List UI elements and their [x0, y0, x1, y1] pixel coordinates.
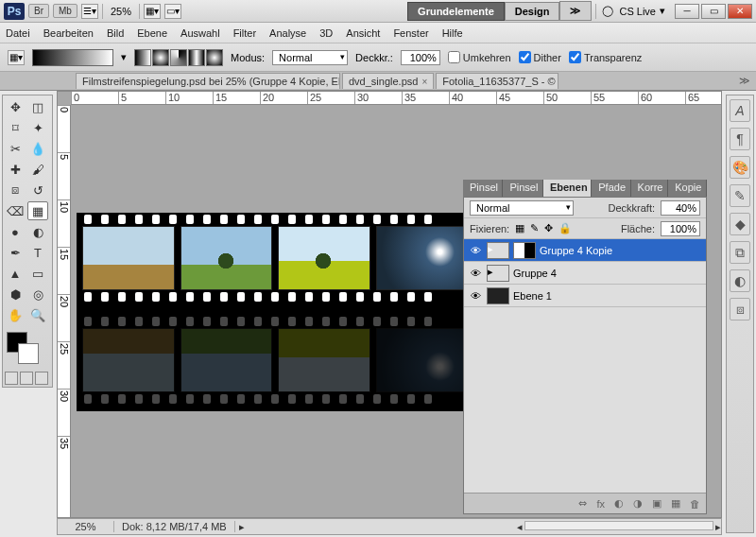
layer-fill-field[interactable]: 100% [661, 221, 700, 236]
dock-swatches-icon[interactable]: 🎨 [730, 156, 750, 179]
workspace-more-icon[interactable]: ≫ [559, 1, 592, 21]
menu-item[interactable]: Bild [107, 27, 124, 39]
layer-name[interactable]: Gruppe 4 [513, 268, 557, 279]
layer-name[interactable]: Gruppe 4 Kopie [540, 245, 612, 256]
layer-fx-icon[interactable]: fx [596, 498, 605, 510]
pen-tool-icon[interactable]: ✒ [5, 243, 26, 262]
gradient-preview[interactable] [32, 49, 113, 66]
extras-dropdown-icon[interactable]: ☰▾ [81, 4, 98, 19]
dock-paragraph-icon[interactable]: ¶ [730, 128, 750, 150]
3d-camera-icon[interactable]: ◎ [27, 285, 48, 303]
dock-tool-icon[interactable]: ✎ [730, 184, 750, 207]
reverse-checkbox[interactable]: Umkehren [448, 51, 511, 63]
panel-tab[interactable]: Pinsel [503, 180, 542, 197]
link-layers-icon[interactable]: ⇔ [578, 497, 587, 510]
healing-tool-icon[interactable]: ✚ [5, 160, 26, 179]
dock-align-icon[interactable]: ⧉ [730, 241, 750, 264]
zoom-readout[interactable]: 25% [111, 6, 131, 17]
gradient-diamond-icon[interactable] [206, 49, 223, 66]
dock-styles-icon[interactable]: ◆ [730, 213, 750, 235]
menu-item[interactable]: Ansicht [346, 27, 380, 39]
hscroll-left-icon[interactable]: ◂ [517, 521, 523, 533]
menu-item[interactable]: Hilfe [442, 27, 463, 39]
eyedropper-tool-icon[interactable]: 💧 [27, 139, 48, 158]
visibility-icon[interactable]: 👁 [468, 268, 483, 279]
eraser-tool-icon[interactable]: ⌫ [5, 201, 26, 220]
tab-overflow-icon[interactable]: ≫ [733, 75, 756, 87]
lasso-tool-icon[interactable]: ⌑ [5, 118, 26, 137]
minibridge-button[interactable]: Mb [53, 4, 77, 18]
transparency-checkbox[interactable]: Transparenz [569, 51, 642, 63]
layer-row[interactable]: 👁 Ebene 1 [464, 285, 706, 307]
panel-tab[interactable]: Korre [631, 180, 669, 197]
wand-tool-icon[interactable]: ✦ [27, 118, 48, 137]
zoom-tool-icon[interactable]: 🔍 [27, 305, 48, 324]
3d-tool-icon[interactable]: ⬢ [5, 285, 26, 303]
gradient-tool-icon[interactable]: ▦ [27, 201, 48, 220]
gradient-angle-icon[interactable] [170, 49, 187, 66]
tool-preset-icon[interactable]: ▦▾ [8, 50, 25, 65]
visibility-icon[interactable]: 👁 [468, 290, 483, 302]
minimize-button[interactable]: ─ [675, 4, 699, 19]
adjustment-layer-icon[interactable]: ◑ [633, 497, 643, 510]
status-docsize[interactable]: Dok: 8,12 MB/17,4 MB [114, 521, 235, 532]
gradient-radial-icon[interactable] [152, 49, 169, 66]
gradient-linear-icon[interactable] [134, 49, 151, 66]
lock-transparent-icon[interactable]: ▦ [515, 222, 524, 234]
layer-mask-thumb[interactable] [513, 242, 536, 259]
crop-tool-icon[interactable]: ✂ [5, 139, 26, 158]
status-zoom[interactable]: 25% [58, 521, 114, 532]
background-swatch[interactable] [18, 343, 39, 364]
menu-item[interactable]: Ebene [137, 27, 167, 39]
layer-row[interactable]: 👁 ▸ Gruppe 4 Kopie [464, 239, 706, 262]
close-icon[interactable]: × [421, 77, 427, 87]
menu-item[interactable]: Fenster [393, 27, 428, 39]
dodge-tool-icon[interactable]: ◐ [27, 222, 48, 241]
screen-mode-icon[interactable]: ▭▾ [164, 4, 181, 19]
move-tool-icon[interactable]: ✥ [5, 97, 26, 116]
horizontal-scrollbar[interactable] [524, 521, 713, 530]
path-select-icon[interactable]: ▲ [5, 264, 26, 283]
blur-tool-icon[interactable]: ● [5, 222, 26, 241]
blend-mode-dropdown[interactable]: Normal [272, 50, 348, 65]
panel-tab[interactable]: Pinsel [463, 180, 503, 197]
menu-item[interactable]: Analyse [269, 27, 306, 39]
layer-thumb[interactable]: ▸ [487, 265, 509, 282]
gradient-reflected-icon[interactable] [188, 49, 205, 66]
arrange-docs-icon[interactable]: ▦▾ [144, 4, 161, 19]
delete-layer-icon[interactable]: 🗑 [690, 498, 700, 510]
visibility-icon[interactable]: 👁 [468, 245, 483, 256]
menu-item[interactable]: Datei [6, 27, 30, 39]
brush-tool-icon[interactable]: 🖌 [27, 160, 48, 179]
layer-name[interactable]: Ebene 1 [513, 290, 552, 302]
color-swatches[interactable] [5, 330, 50, 368]
quickmask-row[interactable] [5, 372, 48, 385]
document-tab[interactable]: dvd_single.psd× [342, 73, 434, 89]
group-icon[interactable]: ▣ [652, 497, 662, 510]
panel-tab[interactable]: Pfade [592, 180, 630, 197]
stamp-tool-icon[interactable]: ⧇ [5, 181, 26, 199]
type-tool-icon[interactable]: T [27, 243, 48, 262]
document-tab[interactable]: Fotolia_11635377_S - © F [436, 73, 558, 89]
layer-row[interactable]: 👁 ▸ Gruppe 4 [464, 262, 706, 285]
layer-mask-icon[interactable]: ◐ [614, 497, 624, 510]
dock-adjust-icon[interactable]: ◐ [730, 269, 750, 292]
dock-stamp-icon[interactable]: ⧇ [730, 298, 750, 320]
cslive-button[interactable]: CS Live [619, 6, 656, 17]
layer-thumb[interactable]: ▸ [487, 242, 509, 259]
menu-item[interactable]: Filter [233, 27, 256, 39]
lock-paint-icon[interactable]: ✎ [530, 222, 539, 234]
shape-tool-icon[interactable]: ▭ [27, 264, 48, 283]
menu-item[interactable]: 3D [319, 27, 333, 39]
gradient-type-group[interactable] [134, 49, 223, 66]
opacity-field[interactable]: 100% [401, 50, 440, 65]
dither-checkbox[interactable]: Dither [519, 51, 561, 63]
close-button[interactable]: ✕ [728, 4, 752, 19]
lock-move-icon[interactable]: ✥ [544, 222, 553, 234]
dock-char-icon[interactable]: A [730, 99, 750, 122]
chevron-right-icon[interactable]: ▸ [235, 521, 249, 533]
marquee-tool-icon[interactable]: ◫ [27, 97, 48, 116]
hand-tool-icon[interactable]: ✋ [5, 305, 26, 324]
document-canvas[interactable] [77, 213, 473, 411]
bridge-button[interactable]: Br [28, 4, 49, 18]
